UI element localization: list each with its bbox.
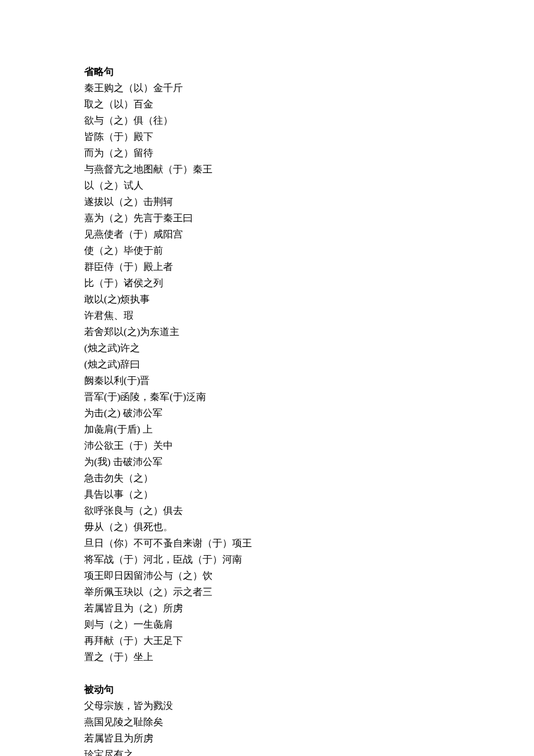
text-line: 加彘肩(于盾) 上 <box>84 422 453 438</box>
text-line: (烛之武)许之 <box>84 340 453 357</box>
text-line: 敢以(之)烦执事 <box>84 291 453 308</box>
text-line: 再拜献（于）大王足下 <box>84 633 453 649</box>
section-heading-1: 省略句 <box>84 64 453 80</box>
text-line: 珍宝尽有之 <box>84 747 453 756</box>
text-line: 项王即日因留沛公与（之）饮 <box>84 568 453 584</box>
text-line: 晋军(于)函陵，秦军(于)泛南 <box>84 389 453 405</box>
text-line: 欲呼张良与（之）俱去 <box>84 503 453 519</box>
text-line: 若属皆且为所虏 <box>84 730 453 747</box>
text-line: 毋从（之）俱死也。 <box>84 519 453 535</box>
text-line: 群臣侍（于）殿上者 <box>84 259 453 275</box>
text-line: 遂拔以（之）击荆轲 <box>84 194 453 210</box>
text-line: 比（于）诸侯之列 <box>84 275 453 291</box>
text-line: 嘉为（之）先言于秦王曰 <box>84 210 453 226</box>
text-line: 皆陈（于）殿下 <box>84 129 453 145</box>
text-line: 为(我) 击破沛公军 <box>84 454 453 470</box>
text-line: 则与（之）一生彘肩 <box>84 617 453 633</box>
text-line: 秦王购之（以）金千斤 <box>84 80 453 96</box>
text-line: 取之（以）百金 <box>84 96 453 113</box>
document-page: 省略句 秦王购之（以）金千斤 取之（以）百金 欲与（之）俱（往） 皆陈（于）殿下… <box>0 0 534 756</box>
text-line: 若属皆且为（之）所虏 <box>84 600 453 617</box>
text-line: 旦日（你）不可不蚤自来谢（于）项王 <box>84 535 453 552</box>
text-line: 置之（于）坐上 <box>84 649 453 665</box>
text-line: 将军战（于）河北，臣战（于）河南 <box>84 552 453 568</box>
text-line: 举所佩玉玦以（之）示之者三 <box>84 584 453 600</box>
text-line: 见燕使者（于）咸阳宫 <box>84 226 453 243</box>
text-line: 欲与（之）俱（往） <box>84 113 453 129</box>
text-line: 父母宗族，皆为戮没 <box>84 698 453 714</box>
text-line: 急击勿失（之） <box>84 470 453 487</box>
text-line: 许君焦、瑕 <box>84 308 453 324</box>
text-line: 阙秦以利(于)晋 <box>84 373 453 389</box>
text-line: 若舍郑以(之)为东道主 <box>84 324 453 340</box>
text-line: 使（之）毕使于前 <box>84 243 453 259</box>
text-line: 与燕督亢之地图献（于）秦王 <box>84 161 453 178</box>
text-line: 沛公欲王（于）关中 <box>84 438 453 454</box>
text-line: 以（之）试人 <box>84 178 453 194</box>
text-line: 燕国见陵之耻除矣 <box>84 714 453 730</box>
text-line: 为击(之) 破沛公军 <box>84 405 453 422</box>
text-line: 具告以事（之） <box>84 487 453 503</box>
section-heading-2: 被动句 <box>84 682 453 698</box>
text-line: (烛之武)辞曰 <box>84 357 453 373</box>
text-line: 而为（之）留待 <box>84 145 453 161</box>
